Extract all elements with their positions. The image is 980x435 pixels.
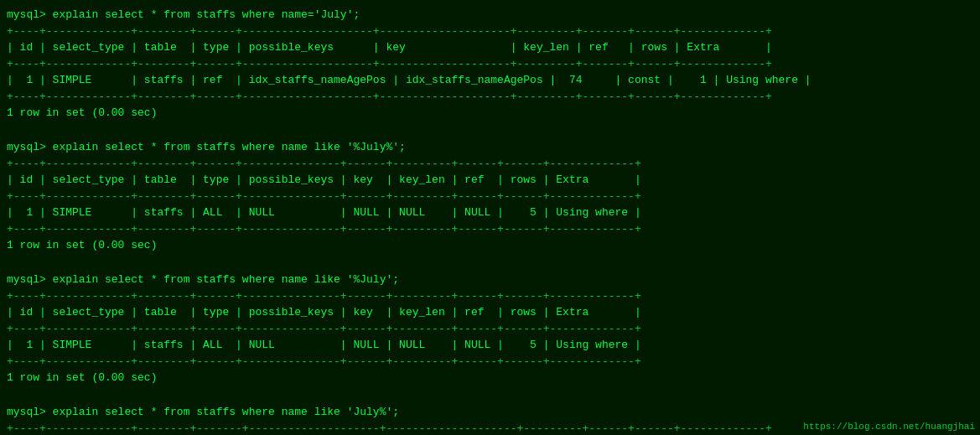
query-block-1: mysql> explain select * from staffs wher…: [7, 7, 973, 122]
query-block-3: mysql> explain select * from staffs wher…: [7, 272, 973, 386]
sep1-3: +----+-------------+--------+------+----…: [7, 288, 973, 305]
rowcount-3: 1 row in set (0.00 sec): [7, 370, 973, 386]
sep3-1: +----+-------------+--------+------+----…: [7, 89, 973, 106]
sep1-1: +----+-------------+--------+------+----…: [7, 23, 973, 40]
blank-1: [7, 123, 973, 140]
blank-3: [7, 388, 973, 405]
command-3: mysql> explain select * from staffs wher…: [7, 272, 973, 288]
header-3: | id | select_type | table | type | poss…: [7, 304, 973, 321]
command-2: mysql> explain select * from staffs wher…: [7, 139, 973, 156]
blank-2: [7, 256, 973, 272]
query-block-2: mysql> explain select * from staffs wher…: [7, 139, 973, 254]
sep2-3: +----+-------------+--------+------+----…: [7, 321, 973, 338]
data-row-3: | 1 | SIMPLE | staffs | ALL | NULL | NUL…: [7, 337, 973, 354]
sep2-2: +----+-------------+--------+------+----…: [7, 189, 973, 205]
footer-url: https://blog.csdn.net/huangjhai: [803, 422, 975, 432]
rowcount-2: 1 row in set (0.00 sec): [7, 237, 973, 254]
sep1-2: +----+-------------+--------+------+----…: [7, 156, 973, 173]
rowcount-1: 1 row in set (0.00 sec): [7, 105, 973, 122]
sep3-3: +----+-------------+--------+------+----…: [7, 354, 973, 370]
sep2-1: +----+-------------+--------+------+----…: [7, 56, 973, 73]
header-1: | id | select_type | table | type | poss…: [7, 39, 973, 56]
command-4: mysql> explain select * from staffs wher…: [7, 404, 973, 421]
header-2: | id | select_type | table | type | poss…: [7, 172, 973, 189]
data-row-2: | 1 | SIMPLE | staffs | ALL | NULL | NUL…: [7, 205, 973, 221]
data-row-1: | 1 | SIMPLE | staffs | ref | idx_staffs…: [7, 72, 973, 89]
sep3-2: +----+-------------+--------+------+----…: [7, 221, 973, 238]
command-1: mysql> explain select * from staffs wher…: [7, 7, 973, 23]
terminal: mysql> explain select * from staffs wher…: [7, 7, 973, 435]
